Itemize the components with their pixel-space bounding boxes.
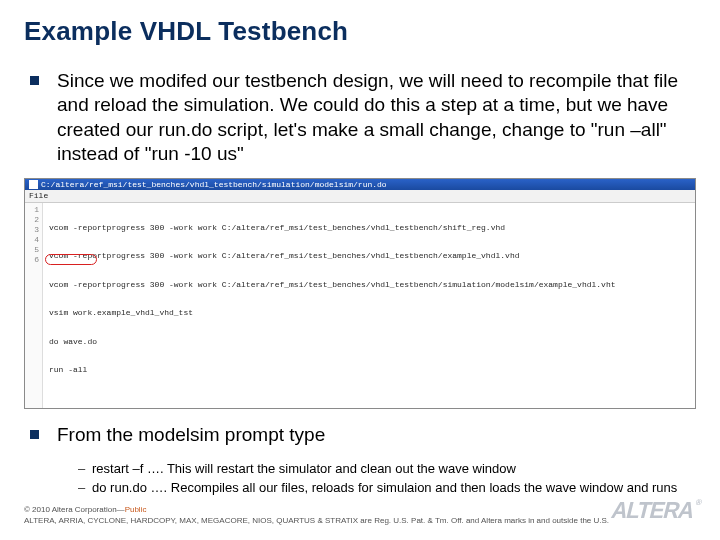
copyright-text: © 2010 Altera Corporation— xyxy=(24,505,125,514)
line-number: 2 xyxy=(25,215,39,225)
slide-title: Example VHDL Testbench xyxy=(24,16,696,47)
code-editor-window: C:/altera/ref_msi/test_benches/vhdl_test… xyxy=(24,178,696,409)
file-icon xyxy=(29,180,38,189)
altera-logo: ALTERA® xyxy=(608,497,701,524)
code-line: do wave.do xyxy=(49,337,616,347)
code-line: vsim work.example_vhdl_vhd_tst xyxy=(49,308,616,318)
sub-item-2: – do run.do …. Recompiles all our files,… xyxy=(78,479,696,497)
copyright-line: © 2010 Altera Corporation—Public xyxy=(24,505,696,515)
slide-footer: © 2010 Altera Corporation—Public ALTERA,… xyxy=(24,505,696,526)
sub-item-1: – restart –f …. This will restart the si… xyxy=(78,460,696,478)
line-number: 6 xyxy=(25,255,39,265)
dash-icon: – xyxy=(78,460,92,478)
line-number-gutter: 1 2 3 4 5 6 xyxy=(25,203,43,409)
bullet-marker-icon xyxy=(30,76,39,85)
sub-bullet-list: – restart –f …. This will restart the si… xyxy=(78,460,696,497)
bullet-2: From the modelsim prompt type xyxy=(24,423,696,447)
editor-titlebar: C:/altera/ref_msi/test_benches/vhdl_test… xyxy=(25,179,695,190)
line-number: 4 xyxy=(25,235,39,245)
bullet-marker-icon xyxy=(30,430,39,439)
code-line: run -all xyxy=(49,365,616,375)
code-lines: vcom -reportprogress 300 -work work C:/a… xyxy=(43,203,620,409)
code-line: vcom -reportprogress 300 -work work C:/a… xyxy=(49,251,616,261)
sub-item-1-text: restart –f …. This will restart the simu… xyxy=(92,460,516,478)
line-number: 1 xyxy=(25,205,39,215)
line-number: 5 xyxy=(25,245,39,255)
bullet-1-text: Since we modifed our testbench design, w… xyxy=(57,69,696,166)
line-number: 3 xyxy=(25,225,39,235)
logo-text: ALTERA xyxy=(608,497,696,523)
bullet-2-text: From the modelsim prompt type xyxy=(57,423,325,447)
code-line: vcom -reportprogress 300 -work work C:/a… xyxy=(49,223,616,233)
editor-menubar: File xyxy=(25,190,695,202)
sub-item-2-text: do run.do …. Recompiles all our files, r… xyxy=(92,479,677,497)
dash-icon: – xyxy=(78,479,92,497)
editor-body: 1 2 3 4 5 6 vcom -reportprogress 300 -wo… xyxy=(25,203,695,409)
bullet-1: Since we modifed our testbench design, w… xyxy=(24,69,696,166)
code-line: vcom -reportprogress 300 -work work C:/a… xyxy=(49,280,616,290)
copyright-public: Public xyxy=(125,505,147,514)
editor-path: C:/altera/ref_msi/test_benches/vhdl_test… xyxy=(41,180,387,189)
trademark-line: ALTERA, ARRIA, CYCLONE, HARDCOPY, MAX, M… xyxy=(24,516,696,526)
